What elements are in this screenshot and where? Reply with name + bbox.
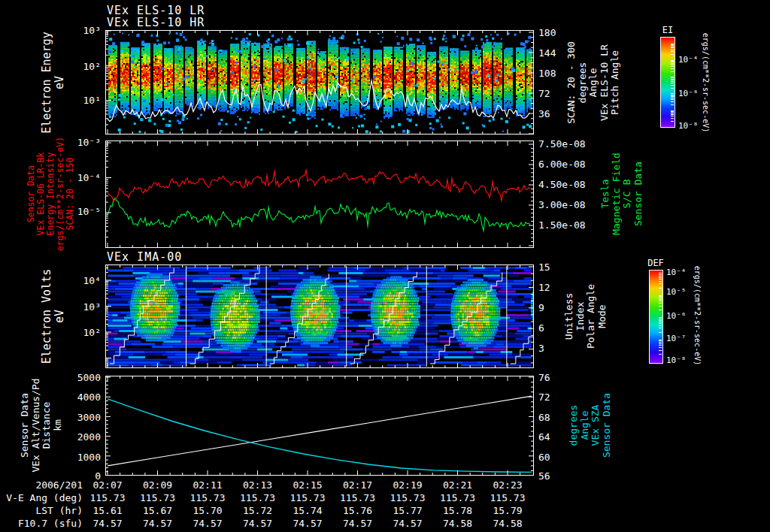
colorbar-minor-tick [659, 279, 662, 280]
right-axis-tick-label: 7.50e-08 [538, 138, 586, 150]
def-colorbar-title: DEF [647, 258, 664, 268]
colorbar-minor-tick [671, 112, 674, 113]
right-axis-tick-label: 3 [538, 343, 544, 354]
y-axis-tick-label: 10⁻⁴ [77, 172, 101, 183]
colorbar-tick-label: 10⁻⁶ [666, 311, 687, 321]
axis-label-line: SCAN: 20 - 150 [65, 137, 74, 251]
table-cell-value: 115.73 [490, 492, 526, 503]
axis-label-line: VEx ELS-10 LR [599, 41, 610, 124]
trajectory-canvas [106, 376, 533, 475]
els-spectrogram-panel [105, 30, 534, 135]
y-axis-tick-label: 1000 [77, 452, 101, 463]
axis-label-line: eV [53, 269, 66, 364]
time-tick-label: 02:19 [393, 479, 422, 491]
colorbar-minor-tick [659, 322, 662, 322]
right-axis-tick-label: 6.00e-08 [538, 159, 586, 170]
time-tick-label: 02:17 [343, 479, 372, 491]
colorbar-tick-label: 10⁻⁶ [678, 89, 699, 98]
colorbar-minor-tick [671, 121, 674, 122]
y-axis-tick-label: 10² [83, 327, 101, 338]
colorbar-tick-label: 10⁻⁴ [678, 55, 699, 65]
right-axis-tick-label: 72 [538, 391, 550, 403]
plot-page: VEx ELS-10 LR VEx ELS-10 HR VEx IMA-00 E… [0, 0, 770, 532]
colorbar-minor-tick [671, 68, 674, 69]
colorbar-minor-tick [671, 95, 674, 95]
axis-label-line: Energy Intensity [46, 137, 56, 251]
y-axis-tick-label: 2000 [77, 431, 101, 443]
axis-label-line: Tesla [600, 153, 611, 235]
table-cell-value: 115.73 [240, 492, 275, 503]
right-axis-tick-label: 108 [538, 68, 556, 79]
colorbar-minor-tick [671, 85, 674, 86]
date-label: 2006/201 [35, 479, 83, 491]
intensity-bfield-canvas [106, 141, 533, 247]
colorbar-minor-tick [659, 340, 662, 340]
colorbar-minor-tick [671, 44, 674, 45]
table-cell-value: 115.73 [90, 492, 126, 503]
time-tick-label: 02:21 [443, 479, 472, 491]
colorbar-minor-tick [671, 65, 674, 65]
right-axis-tick-label: 68 [538, 412, 550, 423]
right-axis-tick-label: 9 [538, 302, 544, 313]
right-axis-tick-label: 1.50e-08 [538, 219, 586, 231]
y-axis-tick-label: 5000 [77, 372, 101, 383]
trajectory-left-axis-label: Sensor DataVEx Alt/Venus/PdDistancekm [20, 378, 63, 472]
colorbar-minor-tick [659, 281, 662, 282]
right-axis-tick-label: 3.00e-08 [538, 199, 586, 210]
right-axis-tick-label: 12 [538, 282, 550, 293]
colorbar-minor-tick [671, 99, 674, 100]
def-colorbar-units: ergs/(cm**2-sr-sec-eV) [693, 266, 702, 365]
ei-colorbar-units: ergs/(cm**2-sr-sec-eV) [702, 33, 710, 132]
colorbar-minor-tick [671, 50, 674, 50]
right-axis-tick-label: 144 [538, 47, 556, 59]
colorbar-minor-tick [671, 80, 674, 80]
axis-label-line: degrees [577, 41, 588, 124]
time-tick-label: 02:07 [92, 479, 122, 491]
colorbar-minor-tick [659, 342, 662, 343]
axis-label-line: ergs/(cm**2-sr-sec-eV) [55, 137, 65, 251]
time-tick-label: 02:13 [243, 479, 272, 491]
colorbar-minor-tick [659, 332, 662, 333]
axis-label-line: Polar Angle [586, 284, 597, 349]
axis-label-line: Mode [597, 284, 608, 349]
y-axis-tick-label: 10⁻³ [77, 137, 101, 148]
axis-label-line: Electron Energy [41, 32, 53, 133]
axis-label-line: degrees [568, 393, 580, 458]
colorbar-minor-tick [671, 110, 674, 111]
axis-label-line: Angle [579, 393, 590, 458]
colorbar-minor-tick [671, 79, 674, 80]
intensity-bfield-panel [105, 141, 534, 248]
colorbar-minor-tick [659, 303, 662, 304]
colorbar-minor-tick [671, 47, 674, 48]
ima-right-axis-label: UnitlessIndexPolar AngleMode [564, 284, 608, 349]
axis-label-line: Sensor Data [633, 153, 644, 235]
axis-label-line: Sensor Data [26, 137, 36, 251]
ei-colorbar-title: EI [662, 25, 673, 35]
table-cell-value: 15.72 [243, 505, 272, 516]
axis-label-line: VEx ELS-06 LR-Bk [36, 137, 46, 251]
right-axis-tick-label: 72 [538, 88, 550, 99]
table-cell-value: 74.57 [293, 517, 322, 528]
colorbar-minor-tick [671, 113, 674, 114]
ima-spectrogram-panel [105, 264, 534, 368]
table-cell-value: 115.73 [140, 492, 175, 503]
els-right-axis-label: SCAN: 20 - 300degreesAngleVEx ELS-10 LRP… [566, 41, 621, 124]
bfield-right-axis-label: TeslaMagnetic FieldS/C BSensor Data [600, 153, 644, 235]
table-cell-value: 74.57 [393, 517, 422, 528]
table-cell-value: 15.79 [493, 505, 522, 516]
colorbar-minor-tick [671, 61, 674, 62]
table-cell-value: 74.57 [192, 517, 222, 528]
axis-label-line: Distance [41, 378, 53, 472]
axis-label-line: Electron Volts [41, 269, 53, 364]
table-cell-value: 15.76 [343, 505, 372, 516]
colorbar-tick-label: 10⁻⁷ [666, 334, 687, 343]
table-cell-value: 15.67 [143, 505, 172, 516]
colorbar-minor-tick [659, 273, 662, 274]
colorbar-minor-tick [671, 51, 674, 52]
colorbar-minor-tick [659, 319, 662, 319]
table-cell-value: 115.73 [290, 492, 326, 503]
time-tick-label: 02:15 [293, 479, 322, 491]
axis-label-line: Magnetic Field [611, 153, 622, 235]
y-axis-tick-label: 10² [83, 61, 101, 72]
right-axis-tick-label: 4.50e-08 [538, 179, 586, 190]
